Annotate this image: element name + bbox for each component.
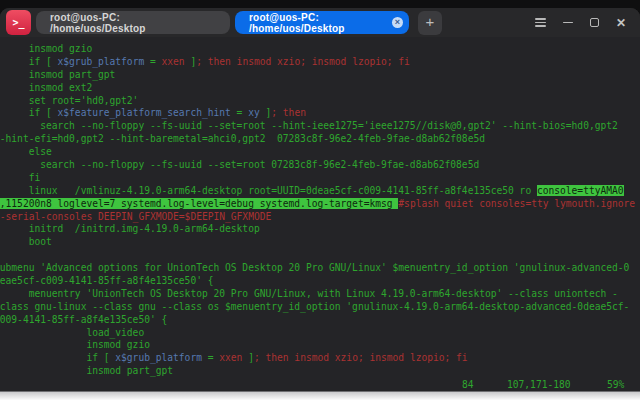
vim-scroll-percent: 59%	[607, 378, 624, 391]
terminal-line: if [ x$grub_platform = xxen ]; then insm…	[0, 352, 640, 365]
terminal-line: if [ x$feature_platform_search_hint = xy…	[0, 107, 640, 120]
terminal-line: deae5cf-c009-4141-85ff-a8f4e135ce50' {	[0, 275, 640, 288]
vim-ruler: 107,171-180	[507, 378, 571, 391]
terminal-app-icon: >_	[6, 10, 31, 35]
window-controls: ✕	[535, 17, 626, 29]
terminal-line: fi	[0, 172, 640, 185]
maximize-icon[interactable]	[590, 18, 599, 27]
terminal-content[interactable]: insmod gzio if [ x$grub_platform = xxen …	[0, 37, 640, 378]
tab-inactive[interactable]: root@uos-PC: /home/uos/Desktop	[36, 11, 230, 34]
terminal-line: load_video	[0, 327, 640, 340]
terminal-line: initrd /initrd.img-4.19.0-arm64-desktop	[0, 223, 640, 236]
terminal-line: search --no-floppy --fs-uuid --set=root …	[0, 120, 640, 133]
tab-label: root@uos-PC: /home/uos/Desktop	[50, 12, 216, 34]
terminal-line: insmod ext2	[0, 82, 640, 95]
terminal-line	[0, 249, 640, 262]
screen: >_ root@uos-PC: /home/uos/Desktop root@u…	[0, 0, 640, 400]
terminal-line: --hint-efi=hd0,gpt2 --hint-baremetal=ahc…	[0, 133, 640, 146]
new-tab-button[interactable]: +	[418, 11, 442, 35]
terminal-line: e-serial-consoles DEEPIN_GFXMODE=$DEEPIN…	[0, 211, 640, 224]
terminal-line: c009-4141-85ff-a8f4e135ce50' {	[0, 314, 640, 327]
terminal-line: menuentry 'UnionTech OS Desktop 20 Pro G…	[0, 288, 640, 301]
tab-label: root@uos-PC: /home/uos/Desktop	[249, 12, 387, 34]
terminal-line: search --no-floppy --fs-uuid --set=root …	[0, 159, 640, 172]
terminal-line: else	[0, 146, 640, 159]
terminal-line: insmod part_gpt	[0, 69, 640, 82]
vim-selection-count: 84	[462, 378, 474, 391]
terminal-line: 0,115200n8 loglevel=7 systemd.log-level=…	[0, 198, 640, 211]
terminal-line: set root='hd0,gpt2'	[0, 95, 640, 108]
terminal-line: if [ x$grub_platform = xxen ]; then insm…	[0, 56, 640, 69]
close-icon[interactable]: ✕	[616, 17, 626, 29]
tab-close-icon[interactable]: ×	[392, 17, 403, 28]
vim-statusline: -- 可视 -- 84 107,171-180 59%	[0, 378, 640, 391]
titlebar[interactable]: >_ root@uos-PC: /home/uos/Desktop root@u…	[0, 8, 640, 37]
terminal-line: insmod gzio	[0, 339, 640, 352]
menu-icon[interactable]	[535, 18, 546, 27]
terminal-line: linux /vmlinuz-4.19.0-arm64-desktop root…	[0, 185, 640, 198]
minimize-icon[interactable]	[563, 22, 573, 24]
terminal-line: insmod part_gpt	[0, 365, 640, 378]
desktop-bottom-strip	[0, 391, 640, 400]
terminal-line: submenu 'Advanced options for UnionTech …	[0, 262, 640, 275]
terminal-line: -class gnu-linux --class gnu --class os …	[0, 301, 640, 314]
tab-active[interactable]: root@uos-PC: /home/uos/Desktop ×	[235, 11, 409, 34]
terminal-line: boot	[0, 236, 640, 249]
terminal-window: >_ root@uos-PC: /home/uos/Desktop root@u…	[0, 8, 640, 391]
terminal-line: insmod gzio	[0, 43, 640, 56]
